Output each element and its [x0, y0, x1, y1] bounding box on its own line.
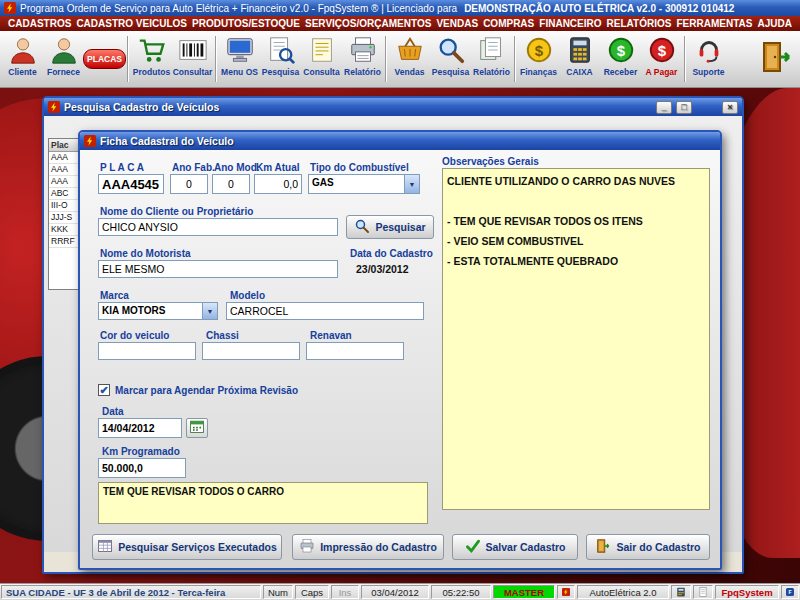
chassi-label: Chassi: [206, 330, 239, 341]
plates-grid-row[interactable]: RRRF: [49, 236, 78, 248]
sair-cadastro-button[interactable]: Sair do Cadastro: [586, 534, 710, 560]
pesquisar-servicos-button[interactable]: Pesquisar Serviços Executados: [92, 534, 282, 560]
app-titlebar: Programa Ordem de Serviço para Auto Elét…: [0, 0, 800, 16]
toolbar-button-menu-os[interactable]: Menu OS: [219, 32, 260, 86]
minimize-button[interactable]: _: [656, 101, 672, 114]
observacoes-label: Observações Gerais: [442, 156, 539, 167]
toolbar-label: CAIXA: [566, 67, 592, 77]
plates-grid-row[interactable]: AAA: [49, 176, 78, 188]
motorista-input[interactable]: [98, 260, 338, 278]
toolbar-label: Pesquisa: [432, 67, 469, 77]
barcode-icon: [178, 35, 208, 65]
calendar-button[interactable]: [186, 418, 208, 438]
toolbar-button-fornecedor[interactable]: Fornece: [43, 32, 84, 86]
status-calculator-icon[interactable]: [671, 585, 691, 599]
ano-fab-input[interactable]: [170, 174, 208, 194]
green-dollar-icon: $: [606, 35, 636, 65]
menu-ajuda[interactable]: AJUDA: [757, 18, 791, 29]
exit-button[interactable]: [754, 32, 798, 86]
cor-input[interactable]: [98, 342, 196, 360]
toolbar-button-cliente[interactable]: Cliente: [2, 32, 43, 86]
window-icon: [84, 135, 96, 147]
toolbar-button-a-pagar[interactable]: $ A Pagar: [641, 32, 682, 86]
toolbar-button-consulta-os[interactable]: Consulta: [301, 32, 342, 86]
toolbar-label: Pesquisa: [262, 67, 299, 77]
app-title: Programa Ordem de Serviço para Auto Elét…: [20, 3, 457, 14]
plates-grid-row[interactable]: ABC: [49, 188, 78, 200]
close-button[interactable]: ×: [722, 101, 738, 114]
menu-financeiro[interactable]: FINANCEIRO: [539, 18, 601, 29]
data-cadastro-label: Data do Cadastro: [350, 248, 433, 259]
plates-grid-row[interactable]: III-O: [49, 200, 78, 212]
inner-window-titlebar[interactable]: Ficha Cadastral do Veículo: [80, 132, 720, 150]
toolbar-label: Produtos: [133, 67, 170, 77]
km-programado-input[interactable]: [98, 458, 186, 478]
km-programado-label: Km Programado: [102, 446, 180, 457]
ano-mod-input[interactable]: [212, 174, 250, 194]
toolbar-button-financas[interactable]: $ Finanças: [518, 32, 559, 86]
toolbar-button-caixa[interactable]: CAIXA: [559, 32, 600, 86]
toolbar-button-produtos[interactable]: Produtos: [131, 32, 172, 86]
basket-icon: [395, 35, 425, 65]
toolbar-button-consultar[interactable]: Consultar: [172, 32, 213, 86]
status-sheet-icon[interactable]: [693, 585, 713, 599]
menu-relatorios[interactable]: RELATÓRIOS: [607, 18, 672, 29]
ano-fab-label: Ano Fab.: [172, 162, 215, 173]
plates-grid-row[interactable]: AAA: [49, 164, 78, 176]
statusbar: SUA CIDADE - UF 3 de Abril de 2012 - Ter…: [0, 583, 800, 600]
plates-grid-row[interactable]: AAA: [49, 152, 78, 164]
window-icon: [48, 101, 60, 113]
menu-produtos-estoque[interactable]: PRODUTOS/ESTOQUE: [192, 18, 300, 29]
modelo-input[interactable]: [226, 302, 424, 320]
motorista-label: Nome do Motorista: [100, 248, 191, 259]
impressao-cadastro-button[interactable]: Impressão do Cadastro: [292, 534, 444, 560]
toolbar-button-placas[interactable]: PLACAS: [84, 32, 125, 86]
svg-text:$: $: [534, 42, 543, 59]
chassi-input[interactable]: [202, 342, 300, 360]
marca-select[interactable]: KIA MOTORS ▼: [98, 302, 218, 320]
table-search-icon: [97, 538, 113, 556]
status-brand: FpqSystem: [715, 585, 779, 599]
red-dollar-icon: $: [647, 35, 677, 65]
plates-grid-row[interactable]: JJJ-S: [49, 212, 78, 224]
maximize-button[interactable]: □: [676, 101, 692, 114]
plates-grid-row[interactable]: KKK: [49, 224, 78, 236]
menu-cadastros[interactable]: CADASTROS: [8, 18, 71, 29]
toolbar-button-pesquisa-os[interactable]: Pesquisa: [260, 32, 301, 86]
toolbar-label: Consultar: [173, 67, 213, 77]
km-atual-input[interactable]: [254, 174, 302, 194]
printer-icon: [348, 35, 378, 65]
menu-servicos-orcamentos[interactable]: SERVIÇOS/ORÇAMENTOS: [305, 18, 431, 29]
menu-compras[interactable]: COMPRAS: [483, 18, 534, 29]
revisao-checkbox-label: Marcar para Agendar Próxima Revisão: [115, 385, 298, 396]
toolbar-label: Receber: [604, 67, 638, 77]
status-brand-icon: F: [781, 585, 799, 599]
pesquisar-cliente-button[interactable]: Pesquisar: [346, 215, 434, 239]
plates-grid[interactable]: Plac AAA AAA AAA ABC III-O JJJ-S KKK RRR…: [48, 138, 79, 290]
status-time: 05:22:50: [431, 585, 491, 599]
toolbar-button-relatorio-os[interactable]: Relatório: [342, 32, 383, 86]
toolbar-label: A Pagar: [646, 67, 678, 77]
toolbar-button-pesquisa-vendas[interactable]: Pesquisa: [430, 32, 471, 86]
toolbar-button-receber[interactable]: $ Receber: [600, 32, 641, 86]
cliente-input[interactable]: [98, 218, 338, 236]
observacoes-textarea[interactable]: CLIENTE UTILIZANDO O CARRO DAS NUVES - T…: [442, 168, 710, 510]
impressao-cadastro-label: Impressão do Cadastro: [320, 541, 437, 553]
menu-ferramentas[interactable]: FERRAMENTAS: [676, 18, 752, 29]
toolbar-button-suporte[interactable]: Suporte: [688, 32, 729, 86]
menu-vendas[interactable]: VENDAS: [436, 18, 478, 29]
revisao-note-textarea[interactable]: TEM QUE REVISAR TODOS O CARRO: [98, 482, 428, 524]
outer-window-titlebar[interactable]: Pesquisa Cadastro de Veículos _ □ ×: [44, 98, 742, 116]
menu-cadastro-veiculos[interactable]: CADASTRO VEICULOS: [76, 18, 187, 29]
toolbar-separator: [684, 36, 686, 82]
renavan-input[interactable]: [306, 342, 404, 360]
toolbar-button-relatorio-vendas[interactable]: Relatório: [471, 32, 512, 86]
app-logo-icon: [4, 2, 16, 14]
toolbar-button-vendas[interactable]: Vendas: [389, 32, 430, 86]
data-revisao-input[interactable]: [98, 418, 182, 438]
placa-input[interactable]: [98, 174, 164, 194]
salvar-cadastro-button[interactable]: Salvar Cadastro: [452, 534, 578, 560]
revisao-checkbox[interactable]: ✔ Marcar para Agendar Próxima Revisão: [98, 384, 298, 396]
brand-label: FpqSystem: [721, 587, 772, 598]
combustivel-select[interactable]: GAS ▼: [308, 174, 420, 194]
